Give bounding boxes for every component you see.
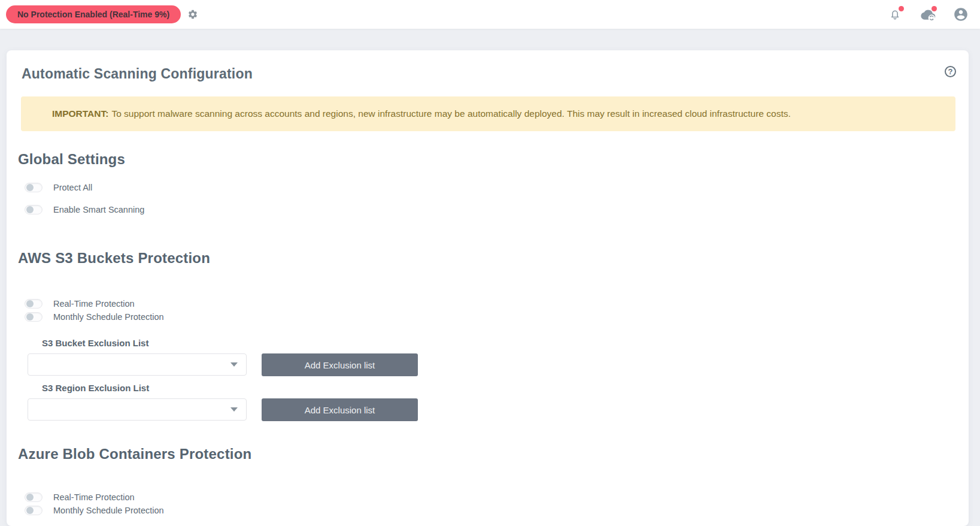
aws-s3-heading: AWS S3 Buckets Protection — [18, 250, 210, 267]
notifications-button[interactable] — [887, 7, 903, 22]
cloud-sync-button[interactable] — [920, 7, 936, 22]
azure-blob-heading: Azure Blob Containers Protection — [18, 446, 251, 462]
toggle-row-protect-all: Protect All — [25, 182, 92, 194]
notification-alert-dot — [899, 6, 904, 11]
protect-all-toggle[interactable] — [25, 183, 43, 192]
status-badge[interactable]: No Protection Enabled (Real-Time 9%) — [6, 5, 181, 23]
s3-monthly-schedule-toggle[interactable] — [25, 312, 43, 322]
s3-realtime-protection-toggle[interactable] — [25, 299, 43, 309]
toggle-row-s3-monthly: Monthly Schedule Protection — [25, 311, 164, 323]
scanning-configuration-card: Automatic Scanning Configuration ? IMPOR… — [7, 50, 969, 526]
help-icon[interactable]: ? — [945, 66, 956, 77]
toggle-label: Monthly Schedule Protection — [53, 506, 164, 515]
topbar-actions — [887, 7, 969, 22]
user-avatar-icon — [953, 7, 969, 22]
important-banner: IMPORTANT:To support malware scanning ac… — [21, 96, 955, 131]
chevron-down-icon — [230, 362, 238, 367]
global-settings-heading: Global Settings — [18, 151, 125, 168]
toggle-label: Enable Smart Scanning — [53, 205, 144, 214]
s3-region-exclusion-dropdown[interactable] — [28, 398, 247, 421]
add-region-exclusion-button[interactable]: Add Exclusion list — [262, 398, 418, 421]
cloud-alert-dot — [932, 6, 937, 11]
banner-text: To support malware scanning across accou… — [111, 108, 790, 119]
toggle-row-s3-realtime: Real-Time Protection — [25, 298, 135, 310]
page-title: Automatic Scanning Configuration — [22, 66, 253, 82]
add-bucket-exclusion-button[interactable]: Add Exclusion list — [262, 353, 418, 376]
user-menu-button[interactable] — [953, 7, 969, 22]
toggle-label: Monthly Schedule Protection — [53, 312, 164, 322]
toggle-row-azure-monthly: Monthly Schedule Protection — [25, 504, 164, 516]
settings-button[interactable] — [186, 8, 199, 21]
toggle-label: Real-Time Protection — [53, 492, 135, 502]
top-bar: No Protection Enabled (Real-Time 9%) — [0, 0, 980, 29]
azure-monthly-schedule-toggle[interactable] — [25, 506, 43, 515]
toggle-knob — [26, 507, 34, 514]
azure-realtime-protection-toggle[interactable] — [25, 492, 43, 502]
toggle-label: Protect All — [53, 183, 92, 192]
chevron-down-icon — [230, 407, 238, 412]
banner-label: IMPORTANT: — [52, 108, 108, 119]
gear-icon — [187, 9, 198, 20]
toggle-knob — [26, 313, 34, 321]
toggle-knob — [26, 206, 34, 213]
enable-smart-scanning-toggle[interactable] — [25, 205, 43, 214]
toggle-knob — [26, 300, 34, 307]
s3-bucket-exclusion-label: S3 Bucket Exclusion List — [42, 338, 148, 348]
toggle-row-azure-realtime: Real-Time Protection — [25, 491, 135, 503]
s3-region-exclusion-label: S3 Region Exclusion List — [42, 383, 149, 393]
s3-bucket-exclusion-dropdown[interactable] — [28, 353, 247, 376]
toggle-knob — [26, 494, 34, 501]
toggle-knob — [26, 184, 34, 191]
toggle-label: Real-Time Protection — [53, 299, 135, 309]
toggle-row-smart-scanning: Enable Smart Scanning — [25, 204, 144, 216]
